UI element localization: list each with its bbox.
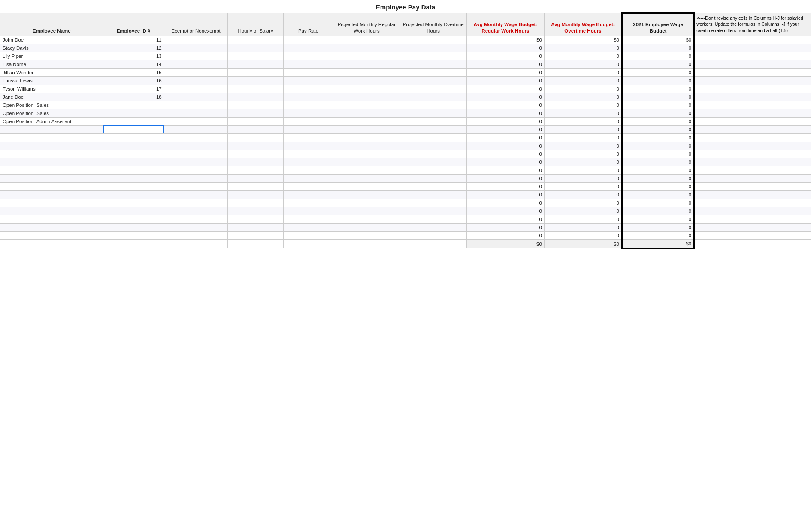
hourly-salary-cell[interactable] [228, 190, 283, 199]
pay-rate-cell[interactable] [283, 166, 333, 174]
exempt-cell[interactable] [164, 101, 228, 109]
avg-reg-cell[interactable]: 0 [466, 101, 544, 109]
avg-ot-cell[interactable]: 0 [544, 85, 622, 93]
employee-name-cell[interactable] [0, 166, 103, 174]
employee-id-cell[interactable]: 13 [103, 52, 164, 60]
pay-rate-cell[interactable] [283, 182, 333, 190]
exempt-cell[interactable] [164, 93, 228, 101]
pay-rate-cell[interactable] [283, 101, 333, 109]
avg-reg-cell[interactable]: 0 [466, 85, 544, 93]
hourly-salary-cell[interactable] [228, 150, 283, 158]
employee-id-cell[interactable] [103, 133, 164, 142]
proj-ot-cell[interactable] [400, 68, 466, 76]
employee-id-cell[interactable] [103, 174, 164, 182]
avg-reg-cell[interactable]: 0 [466, 133, 544, 142]
employee-id-cell[interactable] [103, 117, 164, 125]
proj-reg-cell[interactable] [333, 68, 400, 76]
proj-ot-cell[interactable] [400, 109, 466, 117]
hourly-salary-cell[interactable] [228, 60, 283, 68]
avg-reg-cell[interactable]: 0 [466, 182, 544, 190]
hourly-salary-cell[interactable] [228, 166, 283, 174]
exempt-cell[interactable] [164, 125, 228, 133]
proj-ot-cell[interactable] [400, 60, 466, 68]
avg-ot-cell[interactable]: 0 [544, 68, 622, 76]
employee-name-cell[interactable] [0, 207, 103, 215]
avg-reg-cell[interactable]: 0 [466, 60, 544, 68]
budget-cell[interactable]: 0 [622, 117, 694, 125]
proj-ot-cell[interactable] [400, 93, 466, 101]
avg-ot-cell[interactable]: 0 [544, 174, 622, 182]
avg-ot-cell[interactable]: 0 [544, 93, 622, 101]
avg-ot-cell[interactable]: 0 [544, 207, 622, 215]
employee-name-cell[interactable]: Open Position- Admin Assistant [0, 117, 103, 125]
pay-rate-cell[interactable] [283, 125, 333, 133]
avg-ot-cell[interactable]: 0 [544, 52, 622, 60]
exempt-cell[interactable] [164, 166, 228, 174]
avg-reg-cell[interactable]: $0 [466, 36, 544, 44]
exempt-cell[interactable] [164, 158, 228, 166]
employee-id-cell[interactable]: 18 [103, 93, 164, 101]
hourly-salary-cell[interactable] [228, 101, 283, 109]
budget-cell[interactable]: 0 [622, 142, 694, 150]
budget-cell[interactable]: 0 [622, 93, 694, 101]
employee-name-cell[interactable] [0, 125, 103, 133]
proj-ot-cell[interactable] [400, 52, 466, 60]
avg-ot-cell[interactable]: $0 [544, 36, 622, 44]
avg-ot-cell[interactable]: 0 [544, 125, 622, 133]
exempt-cell[interactable] [164, 150, 228, 158]
employee-id-cell[interactable]: 11 [103, 36, 164, 44]
avg-ot-cell[interactable]: 0 [544, 60, 622, 68]
proj-ot-cell[interactable] [400, 142, 466, 150]
employee-name-cell[interactable]: Tyson Williams [0, 85, 103, 93]
proj-reg-cell[interactable] [333, 223, 400, 231]
employee-name-cell[interactable] [0, 150, 103, 158]
pay-rate-cell[interactable] [283, 85, 333, 93]
avg-ot-cell[interactable]: 0 [544, 44, 622, 52]
pay-rate-cell[interactable] [283, 150, 333, 158]
pay-rate-cell[interactable] [283, 199, 333, 207]
employee-id-cell[interactable] [103, 199, 164, 207]
pay-rate-cell[interactable] [283, 133, 333, 142]
pay-rate-cell[interactable] [283, 223, 333, 231]
avg-reg-cell[interactable]: 0 [466, 117, 544, 125]
budget-cell[interactable]: 0 [622, 223, 694, 231]
proj-ot-cell[interactable] [400, 166, 466, 174]
proj-reg-cell[interactable] [333, 199, 400, 207]
avg-reg-cell[interactable]: 0 [466, 174, 544, 182]
employee-name-cell[interactable]: Stacy Davis [0, 44, 103, 52]
pay-rate-cell[interactable] [283, 36, 333, 44]
avg-ot-cell[interactable]: 0 [544, 117, 622, 125]
avg-ot-cell[interactable]: 0 [544, 133, 622, 142]
employee-name-cell[interactable]: Jillian Wonder [0, 68, 103, 76]
proj-ot-cell[interactable] [400, 44, 466, 52]
employee-name-cell[interactable]: Jane Doe [0, 93, 103, 101]
employee-id-cell[interactable] [103, 223, 164, 231]
hourly-salary-cell[interactable] [228, 133, 283, 142]
employee-name-cell[interactable] [0, 158, 103, 166]
avg-reg-cell[interactable]: 0 [466, 68, 544, 76]
proj-ot-cell[interactable] [400, 150, 466, 158]
avg-reg-cell[interactable]: 0 [466, 223, 544, 231]
employee-name-cell[interactable] [0, 199, 103, 207]
hourly-salary-cell[interactable] [228, 76, 283, 85]
exempt-cell[interactable] [164, 207, 228, 215]
pay-rate-cell[interactable] [283, 142, 333, 150]
avg-ot-cell[interactable]: 0 [544, 190, 622, 199]
employee-id-cell[interactable]: 12 [103, 44, 164, 52]
proj-reg-cell[interactable] [333, 207, 400, 215]
employee-id-cell[interactable] [103, 166, 164, 174]
hourly-salary-cell[interactable] [228, 109, 283, 117]
exempt-cell[interactable] [164, 190, 228, 199]
proj-reg-cell[interactable] [333, 125, 400, 133]
hourly-salary-cell[interactable] [228, 117, 283, 125]
hourly-salary-cell[interactable] [228, 52, 283, 60]
pay-rate-cell[interactable] [283, 60, 333, 68]
hourly-salary-cell[interactable] [228, 36, 283, 44]
proj-ot-cell[interactable] [400, 231, 466, 239]
employee-name-cell[interactable] [0, 142, 103, 150]
pay-rate-cell[interactable] [283, 117, 333, 125]
avg-ot-cell[interactable]: 0 [544, 223, 622, 231]
avg-ot-cell[interactable]: 0 [544, 199, 622, 207]
pay-rate-cell[interactable] [283, 44, 333, 52]
proj-ot-cell[interactable] [400, 117, 466, 125]
